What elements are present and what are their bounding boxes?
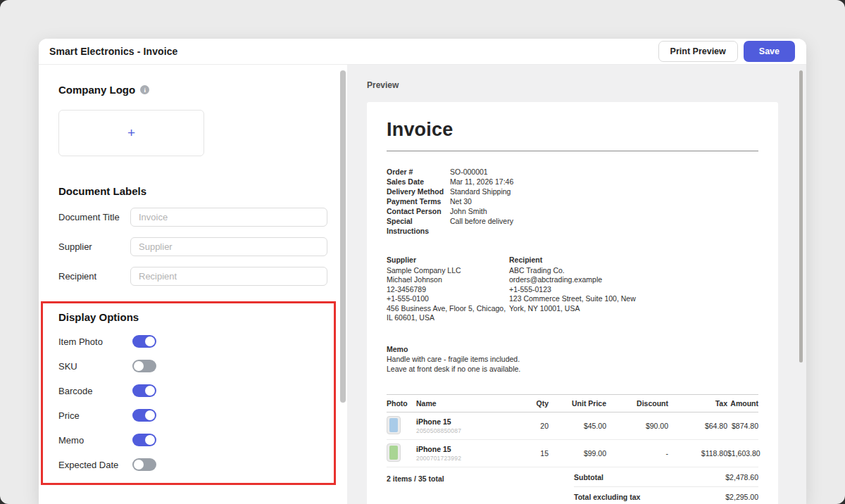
sku-toggle[interactable] (132, 360, 156, 372)
window-header: Smart Electronics - Invoice Print Previe… (39, 39, 806, 65)
subtotal-row: Subtotal$2,478.60 (574, 467, 758, 487)
supplier-block: Supplier Sample Company LLC Michael John… (387, 256, 509, 323)
barcode-label: Barcode (58, 386, 132, 396)
recipient-field-row: Recipient (58, 267, 327, 286)
expected-date-label: Expected Date (58, 460, 132, 470)
header-actions: Print Preview Save (658, 41, 795, 62)
table-row: iPhone 15 2000701723992 15 $99.00 - $118… (387, 440, 758, 467)
invoice-settings-window: Smart Electronics - Invoice Print Previe… (39, 39, 806, 504)
title-divider (387, 151, 758, 151)
preview-label: Preview (367, 80, 806, 90)
meta-row: Payment TermsNet 30 (387, 196, 758, 206)
plus-icon: + (127, 125, 135, 141)
item-photo-toggle[interactable] (132, 335, 156, 348)
item-photo-toggle-row: Item Photo (58, 335, 325, 348)
document-title-label: Document Title (58, 212, 130, 222)
item-photo-thumbnail (387, 416, 401, 434)
supplier-input[interactable] (130, 237, 327, 256)
items-count: 2 items / 35 total (387, 467, 444, 504)
barcode-toggle[interactable] (132, 384, 156, 397)
memo-toggle[interactable] (132, 434, 156, 446)
summary-rows: Subtotal$2,478.60 Total excluding tax$2,… (574, 467, 758, 504)
company-logo-heading-row: Company Logo i (58, 84, 327, 96)
invoice-meta: Order #SO-000001 Sales DateMar 11, 2026 … (387, 167, 758, 236)
price-label: Price (58, 410, 132, 421)
document-title-field-row: Document Title (58, 208, 327, 227)
price-toggle[interactable] (132, 409, 156, 422)
barcode-toggle-row: Barcode (58, 384, 325, 397)
sku-label: SKU (58, 361, 132, 372)
meta-row: Special InstructionsCall before delivery (387, 216, 758, 236)
meta-row: Sales DateMar 11, 2026 17:46 (387, 177, 758, 187)
content-area: Company Logo i + Document Labels Documen… (39, 65, 806, 504)
toggle-knob (145, 386, 155, 396)
item-barcode: 2000701723992 (416, 455, 515, 462)
item-barcode: 2050508850087 (416, 427, 515, 434)
display-options-section-highlighted: Display Options Item Photo SKU Barcode (41, 301, 336, 485)
totals-section: 2 items / 35 total Subtotal$2,478.60 Tot… (387, 467, 758, 504)
toggle-knob (145, 410, 155, 420)
preview-scrollbar-thumb[interactable] (799, 70, 803, 363)
display-options-heading: Display Options (58, 311, 325, 323)
toggle-knob (134, 361, 144, 371)
item-photo-label: Item Photo (58, 336, 132, 347)
print-preview-button[interactable]: Print Preview (658, 41, 738, 62)
table-row: iPhone 15 2050508850087 20 $45.00 $90.00… (387, 412, 758, 440)
memo-label: Memo (58, 435, 132, 446)
memo-block: Memo Handle with care - fragile items in… (387, 345, 758, 374)
logo-upload-box[interactable]: + (58, 110, 204, 156)
save-button[interactable]: Save (744, 41, 795, 62)
preview-panel: Preview Invoice Order #SO-000001 Sales D… (347, 65, 806, 504)
supplier-field-row: Supplier (58, 237, 327, 256)
info-icon[interactable]: i (140, 85, 149, 94)
expected-date-toggle[interactable] (132, 458, 156, 471)
company-logo-heading: Company Logo (58, 84, 135, 96)
settings-panel: Company Logo i + Document Labels Documen… (39, 65, 347, 504)
sku-toggle-row: SKU (58, 360, 325, 372)
price-toggle-row: Price (58, 409, 325, 422)
display-options-toggles: Item Photo SKU Barcode Price (58, 335, 325, 471)
memo-toggle-row: Memo (58, 434, 325, 446)
item-photo-thumbnail (387, 443, 401, 462)
settings-scrollbar-thumb[interactable] (340, 70, 346, 403)
recipient-label: Recipient (58, 271, 130, 282)
recipient-block: Recipient ABC Trading Co. orders@abctrad… (509, 256, 650, 323)
items-table: Photo Name Qty Unit Price Discount Tax A… (387, 394, 758, 467)
toggle-knob (145, 336, 155, 346)
items-table-header: Photo Name Qty Unit Price Discount Tax A… (387, 394, 758, 412)
document-labels-heading: Document Labels (58, 185, 327, 197)
toggle-knob (145, 435, 155, 445)
meta-row: Contact PersonJohn Smith (387, 206, 758, 216)
invoice-preview-card: Invoice Order #SO-000001 Sales DateMar 1… (367, 102, 778, 504)
page-title: Smart Electronics - Invoice (49, 46, 177, 57)
total-excl-tax-row: Total excluding tax$2,295.00 (574, 487, 758, 504)
document-labels-section: Document Labels Document Title Supplier … (58, 185, 327, 286)
toggle-knob (134, 460, 144, 470)
supplier-label: Supplier (58, 241, 130, 252)
expected-date-toggle-row: Expected Date (58, 458, 325, 471)
recipient-input[interactable] (130, 267, 327, 286)
meta-row: Delivery MethodStandard Shipping (387, 187, 758, 196)
invoice-title: Invoice (387, 119, 758, 141)
meta-row: Order #SO-000001 (387, 167, 758, 177)
document-title-input[interactable] (130, 208, 327, 227)
parties-section: Supplier Sample Company LLC Michael John… (387, 256, 758, 323)
